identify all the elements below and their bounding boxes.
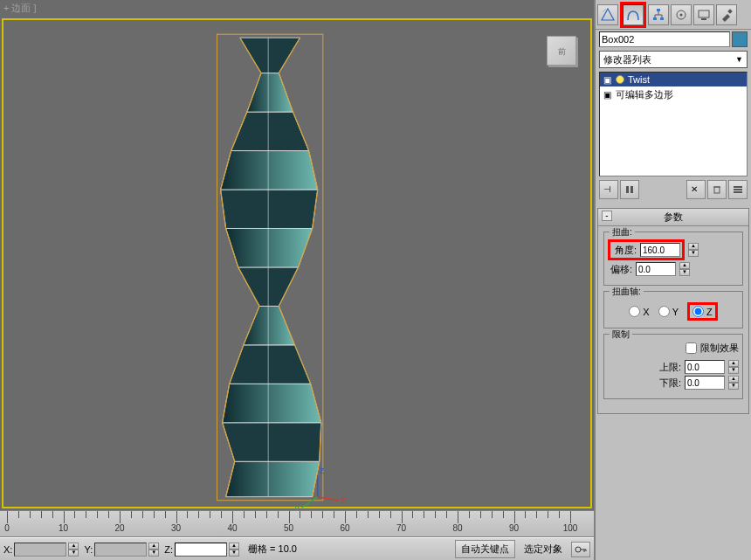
svg-rect-35 xyxy=(699,10,709,17)
ruler-label: 80 xyxy=(452,523,462,533)
coord-x-input[interactable] xyxy=(14,543,66,557)
ruler-label: 0 xyxy=(4,523,10,533)
display-tab[interactable] xyxy=(693,4,714,25)
bias-spinner[interactable]: ▲▼ xyxy=(679,262,690,276)
limit-effect-label: 限制效果 xyxy=(700,342,739,355)
time-ruler[interactable]: 0102030405060708090100 xyxy=(0,511,594,537)
coord-y-label: Y: xyxy=(84,544,93,555)
status-bar: X:▲▼ Y:▲▼ Z:▲▼ 栅格 = 10.0 自动关键点 选定对象 xyxy=(0,537,594,560)
rollout-body: 扭曲: 角度: ▲▼ 偏移: ▲▼ xyxy=(598,226,748,413)
svg-marker-8 xyxy=(221,190,318,228)
grid-size-label: 栅格 = 10.0 xyxy=(248,543,297,556)
viewport-perspective[interactable]: 前 xyxy=(2,18,592,508)
object-name-row xyxy=(596,30,751,49)
timeline: 0102030405060708090100 X:▲▼ Y:▲▼ Z:▲▼ 栅格… xyxy=(0,510,594,560)
limit-effect-checkbox[interactable] xyxy=(686,342,697,354)
coord-z-input[interactable] xyxy=(175,543,227,557)
lower-label: 下限: xyxy=(657,377,681,390)
ruler-label: 30 xyxy=(171,523,181,533)
axis-x-radio[interactable]: X xyxy=(629,306,649,317)
modify-tab[interactable] xyxy=(623,4,644,25)
svg-rect-44 xyxy=(734,191,742,193)
svg-marker-12 xyxy=(240,38,300,73)
make-unique-button[interactable]: ✕ xyxy=(686,180,706,199)
modifier-name: Twist xyxy=(628,74,650,85)
svg-rect-36 xyxy=(701,18,706,20)
svg-marker-10 xyxy=(231,112,309,150)
key-lock-icon[interactable] xyxy=(571,542,590,557)
bias-input[interactable] xyxy=(636,262,676,276)
svg-text:x: x xyxy=(341,494,346,505)
upper-label: 上限: xyxy=(657,361,681,374)
object-name-input[interactable] xyxy=(599,31,730,47)
angle-label: 角度: xyxy=(612,244,637,257)
auto-key-button[interactable]: 自动关键点 xyxy=(455,540,515,558)
expand-icon[interactable]: ▣ xyxy=(603,90,612,100)
svg-rect-26 xyxy=(657,9,660,11)
svg-line-16 xyxy=(302,497,318,508)
coord-z-spinner[interactable]: ▲▼ xyxy=(229,543,239,557)
modify-tab-highlight xyxy=(620,2,646,28)
coord-x-label: X: xyxy=(3,544,12,555)
modifier-item-editable-poly[interactable]: ▣ 可编辑多边形 xyxy=(600,86,747,103)
axis-z-highlight: Z xyxy=(687,302,718,321)
lower-spinner[interactable]: ▲▼ xyxy=(728,376,739,390)
svg-line-14 xyxy=(318,497,339,501)
utilities-tab[interactable] xyxy=(716,4,737,25)
angle-input[interactable] xyxy=(640,243,680,257)
modifier-stack[interactable]: ▣ Twist ▣ 可编辑多边形 xyxy=(599,72,748,176)
svg-marker-2 xyxy=(223,423,321,461)
coord-y-spinner[interactable]: ▲▼ xyxy=(148,543,159,557)
key-filter-label[interactable]: 选定对象 xyxy=(524,543,562,556)
svg-rect-39 xyxy=(630,186,633,193)
ruler-label: 40 xyxy=(227,523,237,533)
dropdown-arrow-icon: ▼ xyxy=(735,55,743,64)
svg-marker-9 xyxy=(221,151,318,190)
limit-fieldset: 限制 限制效果 上限: ▲▼ 下限: ▲ xyxy=(603,334,743,399)
modifier-name: 可编辑多边形 xyxy=(616,88,673,101)
configure-sets-button[interactable] xyxy=(728,180,748,199)
ruler-label: 70 xyxy=(396,523,406,533)
viewport-label[interactable]: + 边面 ] xyxy=(0,0,594,17)
hierarchy-tab[interactable] xyxy=(648,4,669,25)
svg-text:y: y xyxy=(294,502,300,510)
rollout-header[interactable]: - 参数 xyxy=(598,209,748,226)
remove-modifier-button[interactable] xyxy=(707,180,727,199)
motion-tab[interactable] xyxy=(671,4,692,25)
upper-input[interactable] xyxy=(685,360,725,374)
app-root: + 边面 ] 前 xyxy=(0,0,751,560)
command-panel-tabs xyxy=(596,0,751,30)
svg-marker-7 xyxy=(226,228,313,266)
svg-marker-24 xyxy=(602,9,614,20)
coord-y-input[interactable] xyxy=(94,543,147,557)
parameters-rollout: - 参数 扭曲: 角度: ▲▼ 偏移 xyxy=(597,208,749,414)
axis-y-radio[interactable]: Y xyxy=(658,306,679,317)
svg-rect-38 xyxy=(626,186,629,193)
axis-z-radio[interactable]: Z xyxy=(692,306,713,317)
ruler-label: 90 xyxy=(509,523,519,533)
svg-rect-37 xyxy=(727,9,733,14)
upper-spinner[interactable]: ▲▼ xyxy=(728,360,739,374)
ruler-label: 50 xyxy=(284,523,293,533)
pin-stack-button[interactable]: ⊣ xyxy=(599,180,618,199)
lower-input[interactable] xyxy=(685,376,725,390)
twist-axis-fieldset: 扭曲轴: X Y Z xyxy=(603,291,743,328)
create-tab[interactable] xyxy=(597,4,618,25)
rollout-scroll[interactable]: - 参数 扭曲: 角度: ▲▼ 偏移 xyxy=(596,204,751,560)
rollout-toggle-icon[interactable]: - xyxy=(602,211,612,221)
expand-icon[interactable]: ▣ xyxy=(603,75,612,85)
object-color-swatch[interactable] xyxy=(732,31,748,47)
svg-rect-28 xyxy=(660,17,664,20)
angle-spinner[interactable]: ▲▼ xyxy=(688,243,699,257)
modifier-list-dropdown[interactable]: 修改器列表 ▼ xyxy=(599,51,748,68)
axis-legend: 扭曲轴: xyxy=(610,286,644,298)
svg-rect-40 xyxy=(714,187,720,193)
show-end-result-button[interactable] xyxy=(620,180,639,199)
bias-label: 偏移: xyxy=(608,263,632,276)
modifier-item-twist[interactable]: ▣ Twist xyxy=(600,73,747,86)
ruler-label: 20 xyxy=(114,523,124,533)
modifier-stack-toolbar: ⊣ ✕ xyxy=(599,180,748,199)
coord-x-spinner[interactable]: ▲▼ xyxy=(68,543,79,557)
svg-rect-27 xyxy=(653,17,657,20)
bulb-icon[interactable] xyxy=(616,75,624,84)
